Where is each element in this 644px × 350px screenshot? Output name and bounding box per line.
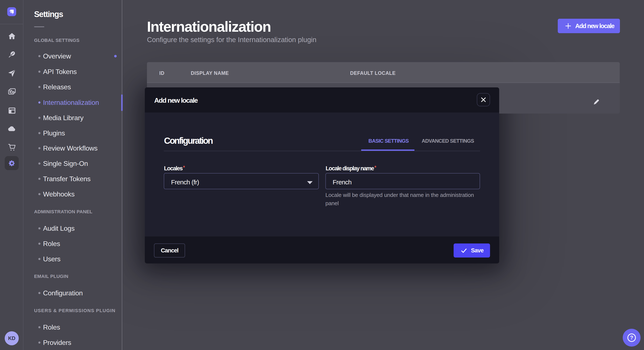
svg-text:?: ? [630,335,633,341]
